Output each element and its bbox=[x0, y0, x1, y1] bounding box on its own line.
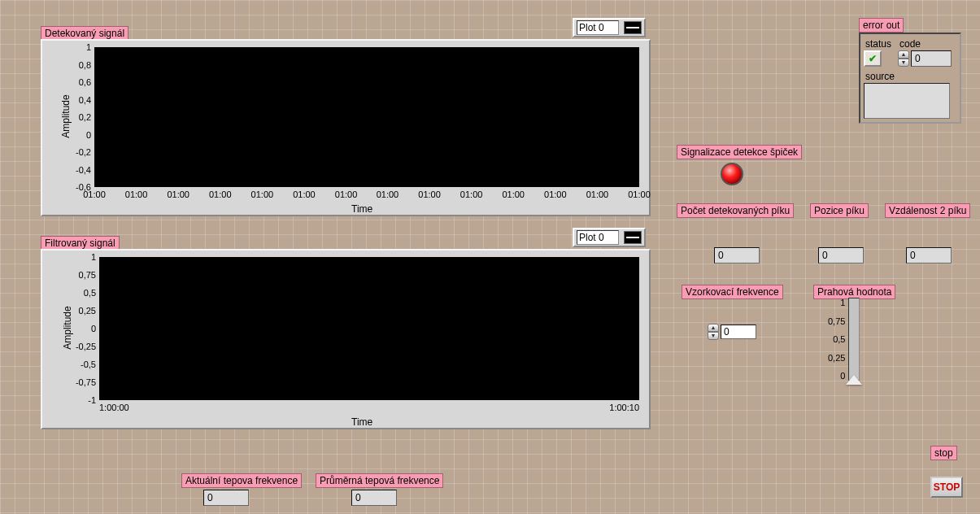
graph1-plot-area[interactable]: 1 0,8 0,6 0,4 0,2 0 -0,2 -0,4 -0,6 01:00… bbox=[94, 47, 639, 187]
error-source-label: source bbox=[864, 70, 956, 83]
xtick: 01:00 bbox=[586, 187, 609, 199]
xtick: 01:00 bbox=[83, 187, 106, 199]
xtick: 1:00:10 bbox=[609, 400, 639, 412]
ytick: -1 bbox=[88, 395, 99, 405]
ytick: 0 bbox=[86, 130, 94, 140]
waveform-icon bbox=[624, 21, 642, 34]
graph1-ylabel: Amplitude bbox=[60, 94, 72, 137]
ytick: -0,5 bbox=[81, 359, 99, 369]
chevron-down-icon[interactable]: ▼ bbox=[898, 59, 909, 67]
check-icon: ✔ bbox=[869, 53, 877, 64]
slider-tick: 0,5 bbox=[828, 334, 845, 344]
ytick: 0,25 bbox=[79, 306, 99, 316]
xtick: 01:00 bbox=[125, 187, 148, 199]
peak-dist-value: 0 bbox=[906, 247, 952, 264]
samplerate-spinner[interactable]: ▲▼ bbox=[708, 324, 719, 340]
xtick: 01:00 bbox=[293, 187, 316, 199]
current-hr-label: Aktuální tepova frekvence bbox=[181, 473, 302, 488]
stop-button[interactable]: STOP bbox=[930, 477, 963, 498]
xtick: 01:00 bbox=[418, 187, 441, 199]
current-hr-value: 0 bbox=[203, 490, 249, 506]
chevron-up-icon[interactable]: ▲ bbox=[708, 324, 719, 332]
threshold-scale: 1 0,75 0,5 0,25 0 bbox=[828, 298, 848, 381]
slider-tick: 0,25 bbox=[828, 353, 845, 363]
xtick: 01:00 bbox=[460, 187, 483, 199]
chevron-up-icon[interactable]: ▲ bbox=[898, 50, 909, 59]
graph1-legend-input[interactable] bbox=[577, 20, 619, 35]
ytick: -0,75 bbox=[76, 377, 99, 387]
ytick: 1 bbox=[91, 252, 99, 262]
graph2-legend[interactable] bbox=[573, 228, 646, 247]
xtick: 01:00 bbox=[209, 187, 232, 199]
graph2-xlabel: Time bbox=[351, 416, 372, 428]
slider-tick: 0 bbox=[828, 371, 845, 381]
error-status-label: status bbox=[864, 37, 893, 50]
ytick: 0,8 bbox=[79, 60, 94, 70]
error-source-value[interactable] bbox=[864, 83, 950, 119]
slider-tick: 1 bbox=[828, 298, 845, 307]
ytick: 0,4 bbox=[79, 95, 94, 105]
stop-label: stop bbox=[930, 446, 957, 460]
avg-hr-label: Průměrná tepová frekvence bbox=[316, 473, 443, 488]
ytick: 0,5 bbox=[84, 288, 99, 298]
ytick: 0,6 bbox=[79, 77, 94, 87]
slider-tick: 0,75 bbox=[828, 316, 845, 326]
xtick: 01:00 bbox=[377, 187, 399, 199]
error-status-led: ✔ bbox=[864, 50, 882, 67]
ytick: 0,75 bbox=[79, 270, 99, 280]
threshold-thumb[interactable] bbox=[846, 375, 862, 385]
error-code-label: code bbox=[898, 37, 952, 50]
xtick: 01:00 bbox=[502, 187, 525, 199]
peak-pos-value: 0 bbox=[818, 247, 864, 264]
error-cluster: status ✔ code ▲▼ 0 source bbox=[859, 33, 961, 124]
ytick: -0,4 bbox=[76, 165, 94, 175]
avg-hr-value: 0 bbox=[351, 490, 397, 506]
waveform-icon bbox=[624, 231, 642, 244]
peak-pos-label: Pozice píku bbox=[810, 203, 869, 218]
graph1-legend[interactable] bbox=[573, 18, 646, 37]
xtick: 01:00 bbox=[167, 187, 189, 199]
graph2-plot-area[interactable]: 1 0,75 0,5 0,25 0 -0,25 -0,5 -0,75 -1 1:… bbox=[99, 257, 639, 400]
graph2-legend-input[interactable] bbox=[577, 230, 619, 245]
threshold-slider[interactable]: 1 0,75 0,5 0,25 0 bbox=[828, 298, 860, 381]
error-code-value: 0 bbox=[911, 50, 952, 67]
ytick: 0 bbox=[91, 324, 99, 333]
xtick: 1:00:00 bbox=[99, 400, 129, 412]
spike-led bbox=[721, 163, 743, 185]
xtick: 01:00 bbox=[628, 187, 651, 199]
xtick: 01:00 bbox=[544, 187, 567, 199]
threshold-track[interactable] bbox=[848, 298, 860, 381]
ytick: 1 bbox=[86, 42, 94, 52]
graph1-xlabel: Time bbox=[351, 203, 372, 215]
peak-count-value: 0 bbox=[714, 247, 760, 264]
ytick: 0,2 bbox=[79, 112, 94, 122]
xtick: 01:00 bbox=[335, 187, 358, 199]
graph2-ylabel: Amplitude bbox=[62, 306, 73, 349]
peak-count-label: Počet detekovaných píku bbox=[677, 203, 794, 218]
samplerate-label: Vzorkovací frekvence bbox=[682, 285, 783, 299]
xtick: 01:00 bbox=[251, 187, 274, 199]
samplerate-input[interactable] bbox=[721, 325, 756, 339]
chevron-down-icon[interactable]: ▼ bbox=[708, 332, 719, 340]
samplerate-control[interactable]: ▲▼ bbox=[708, 324, 756, 340]
error-code-spinner[interactable]: ▲▼ bbox=[898, 50, 909, 67]
ytick: -0,25 bbox=[76, 342, 99, 351]
peak-dist-label: Vzdálenost 2 píku bbox=[885, 203, 970, 218]
spike-led-label: Signalizace detekce špiček bbox=[677, 145, 802, 159]
graph2-container: 1 0,75 0,5 0,25 0 -0,25 -0,5 -0,75 -1 1:… bbox=[41, 249, 651, 429]
graph1-container: 1 0,8 0,6 0,4 0,2 0 -0,2 -0,4 -0,6 01:00… bbox=[41, 39, 651, 216]
ytick: -0,2 bbox=[76, 147, 94, 157]
error-cluster-label: error out bbox=[859, 18, 904, 33]
